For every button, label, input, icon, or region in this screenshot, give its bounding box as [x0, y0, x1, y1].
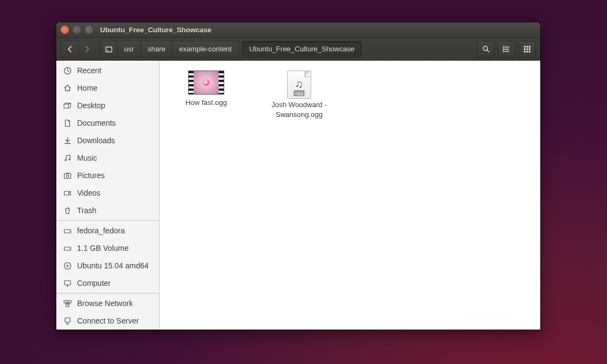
sidebar-item-drive[interactable]: 1.1 GB Volume [56, 239, 159, 257]
svg-rect-22 [64, 173, 71, 178]
sidebar-item-label: 1.1 GB Volume [77, 244, 129, 253]
sidebar-item-label: Browse Network [77, 299, 133, 308]
music-icon [63, 154, 72, 162]
sidebar-item-videos[interactable]: Videos [56, 184, 159, 202]
svg-rect-13 [524, 48, 526, 50]
svg-rect-25 [64, 191, 68, 195]
file-item-audio[interactable]: ♫ ogg Josh Woodward - Swansong.ogg [264, 68, 335, 119]
svg-rect-10 [524, 46, 526, 48]
downloads-icon [63, 136, 72, 145]
path-segment[interactable]: example-content [173, 41, 239, 57]
documents-icon [63, 119, 72, 127]
svg-rect-17 [527, 51, 528, 52]
sidebar-item-label: Computer [77, 279, 110, 287]
svg-point-27 [69, 231, 70, 232]
file-item-video[interactable]: How fast.ogg [171, 68, 242, 119]
sidebar-item-label: Desktop [77, 101, 105, 110]
maximize-button[interactable] [85, 26, 93, 34]
toolbar: usr share example-content Ubuntu_Free_Cu… [56, 38, 540, 61]
file-label: Josh Woodward - Swansong.ogg [264, 100, 335, 119]
svg-point-31 [67, 265, 68, 267]
search-button[interactable] [477, 41, 494, 57]
sidebar-item-network[interactable]: Browse Network [56, 295, 159, 312]
desktop-icon [63, 101, 72, 110]
sidebar-item-label: Connect to Server [77, 316, 139, 325]
svg-point-7 [503, 46, 504, 47]
grid-view-button[interactable] [518, 41, 536, 57]
pictures-icon [63, 171, 72, 180]
svg-rect-0 [106, 47, 112, 52]
sidebar-item-label: Downloads [77, 136, 115, 145]
videos-icon [63, 189, 72, 197]
svg-point-29 [69, 248, 70, 249]
sidebar: Recent Home Desktop Documents Downloads … [56, 61, 160, 330]
path-segment[interactable]: usr [118, 41, 141, 57]
svg-rect-35 [66, 304, 69, 307]
sidebar-item-connect-server[interactable]: Connect to Server [56, 312, 159, 330]
svg-rect-18 [529, 51, 530, 52]
svg-point-30 [64, 262, 71, 269]
svg-point-21 [68, 158, 70, 160]
svg-point-8 [503, 49, 504, 49]
close-button[interactable] [61, 26, 69, 34]
file-manager-window: Ubuntu_Free_Culture_Showcase usr share e… [56, 22, 540, 330]
sidebar-item-label: Ubuntu 15.04 amd64 [77, 261, 149, 270]
svg-rect-24 [66, 173, 69, 174]
sidebar-item-downloads[interactable]: Downloads [56, 132, 159, 149]
drive-icon [63, 226, 72, 235]
svg-rect-34 [68, 301, 71, 303]
sidebar-item-trash[interactable]: Trash [56, 202, 159, 219]
sidebar-item-documents[interactable]: Documents [56, 114, 159, 132]
sidebar-item-label: Trash [77, 206, 96, 215]
minimize-button[interactable] [73, 26, 81, 34]
file-label: How fast.ogg [171, 98, 242, 108]
path-segment-current[interactable]: Ubuntu_Free_Culture_Showcase [242, 41, 361, 57]
svg-point-23 [66, 174, 69, 177]
sidebar-item-label: Recent [77, 66, 101, 75]
titlebar[interactable]: Ubuntu_Free_Culture_Showcase [56, 22, 540, 38]
svg-line-3 [487, 50, 489, 52]
path-segment[interactable]: share [141, 41, 173, 57]
path-root-button[interactable] [100, 41, 118, 57]
window-title: Ubuntu_Free_Culture_Showcase [100, 26, 212, 34]
audio-thumbnail: ♫ ogg [287, 71, 311, 99]
svg-rect-16 [524, 51, 526, 52]
back-button[interactable] [61, 41, 78, 57]
sidebar-item-disc[interactable]: Ubuntu 15.04 amd64 [56, 257, 159, 274]
home-icon [63, 84, 72, 92]
sidebar-separator [56, 293, 159, 293]
svg-rect-15 [529, 48, 530, 50]
network-icon [63, 299, 72, 308]
svg-rect-36 [65, 318, 70, 322]
svg-rect-33 [64, 301, 67, 303]
forward-button[interactable] [78, 41, 96, 57]
sidebar-item-label: Home [77, 84, 97, 92]
sidebar-separator [56, 220, 159, 221]
sidebar-item-label: Pictures [77, 171, 105, 180]
svg-point-1 [107, 50, 108, 51]
content-area: Recent Home Desktop Documents Downloads … [56, 61, 540, 330]
sidebar-item-label: Music [77, 154, 97, 162]
sidebar-item-recent[interactable]: Recent [56, 62, 159, 79]
svg-point-9 [503, 51, 504, 51]
svg-point-20 [65, 159, 66, 161]
sidebar-item-music[interactable]: Music [56, 149, 159, 167]
server-icon [63, 316, 72, 325]
recent-icon [63, 66, 72, 75]
sidebar-item-home[interactable]: Home [56, 79, 159, 97]
sidebar-item-drive[interactable]: fedora_fedora [56, 222, 159, 239]
file-view[interactable]: How fast.ogg ♫ ogg Josh Woodward - Swans… [160, 61, 540, 330]
sidebar-item-pictures[interactable]: Pictures [56, 167, 159, 184]
svg-rect-14 [527, 48, 528, 50]
sidebar-item-desktop[interactable]: Desktop [56, 97, 159, 114]
file-format-badge: ogg [294, 90, 305, 96]
sidebar-item-computer[interactable]: Computer [56, 274, 159, 292]
toolbar-right [477, 41, 536, 57]
nav-buttons [61, 41, 96, 57]
svg-rect-32 [65, 280, 71, 285]
drive-icon [63, 244, 72, 253]
pathbar: usr share example-content Ubuntu_Free_Cu… [100, 41, 475, 57]
sidebar-item-label: Documents [77, 119, 116, 127]
trash-icon [63, 206, 72, 215]
list-view-button[interactable] [498, 41, 515, 57]
